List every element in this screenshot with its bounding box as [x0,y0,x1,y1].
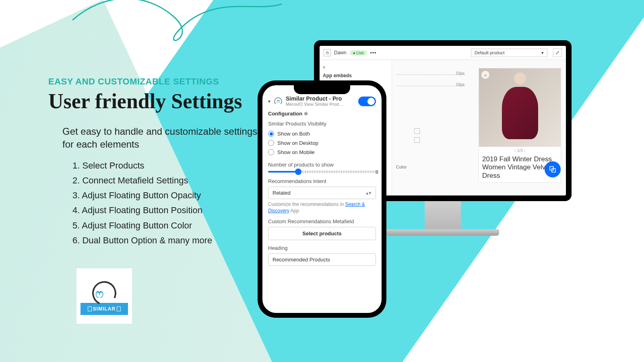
metafield-label: Custom Recommendations Metafield [268,218,376,224]
marketing-copy: EASY AND CUSTOMIZABLE SETTINGS User frie… [48,76,258,248]
product-image: ⌕ [479,68,561,147]
radio-show-desktop[interactable]: Show on Desktop [268,138,376,148]
app-enable-toggle[interactable] [358,97,376,106]
lead-text: Get easy to handle and customizable sett… [62,125,258,151]
intent-label: Recommendations Intent [268,178,376,184]
image-pager[interactable]: ‹ 1/3 › [479,147,561,154]
select-products-button[interactable]: Select products [268,227,376,240]
template-select[interactable]: Default product▾ [471,49,547,57]
eyebrow: EASY AND CUSTOMIZABLE SETTINGS [48,76,258,87]
live-badge: ● Live [350,50,367,56]
more-menu[interactable]: ••• [370,50,377,56]
feature-item: 4. Adjust Floating Button Position [72,203,258,217]
app-subtitle: MeroxIO View Similar Prod… [286,102,355,107]
headline: User friendly Settings [48,89,258,113]
feature-item: 6. Dual Button Option & many more [72,233,258,247]
num-products-label: Number of products to show [268,162,376,168]
product-card: ⌕ ‹ 1/3 › 2019 Fall Winter Dress Women V… [479,68,561,183]
exit-icon[interactable]: ⎋ [324,49,331,56]
zoom-icon[interactable]: ⌕ [481,71,489,79]
app-icon: ෆ [274,97,283,106]
viewport-icon[interactable]: ⤢ [553,48,562,57]
brand-name: SIMILAR [93,306,116,312]
decorative-squiggle [72,0,282,52]
feature-item: 3. Adjust Floating Button Opacity [72,188,258,202]
feature-list: 1. Select Products 2. Connect Metafield … [72,158,258,247]
floating-similar-button[interactable] [545,161,561,177]
app-header: ▾ ෆ Similar Product - Pro MeroxIO View S… [268,96,376,107]
gear-icon: ✻ [304,111,308,117]
editor-topbar: ⎋ Dawn ● Live ••• Default product▾ ⤢ [320,46,566,60]
num-products-slider[interactable]: 8 [268,171,376,173]
color-label: Color [396,165,407,169]
feature-item: 1. Select Products [72,158,258,173]
mobile-mockup: ▾ ෆ Similar Product - Pro MeroxIO View S… [258,80,386,318]
radio-show-both[interactable]: Show on Both [268,129,376,138]
feature-item: 2. Connect Metafield Settings [72,173,258,187]
theme-name: Dawn [334,50,347,56]
app-title: Similar Product - Pro [286,96,355,102]
editor-canvas: 10px 19px Color ⌕ ‹ 1/3 › 2019 Fall Wint… [392,60,566,195]
slider-value: 8 [376,169,378,175]
brand-logo-badge: ෆ SIMILAR [76,268,132,324]
heading-input[interactable]: Recommended Products [268,253,376,266]
heading-label: Heading [268,245,376,251]
intent-hint: Customize the recommendations in Search … [268,202,376,214]
configuration-heading: Configuration [268,111,302,117]
visibility-label: Similar Products Visibility [268,121,376,127]
chevron-down-icon[interactable]: ▾ [268,99,270,104]
feature-item: 5. Adjust Floating Button Color [72,218,258,232]
intent-select[interactable]: Related▴▾ [268,187,376,199]
app-embeds-heading: App embeds [323,71,388,80]
radio-show-mobile[interactable]: Show on Mobile [268,148,376,157]
